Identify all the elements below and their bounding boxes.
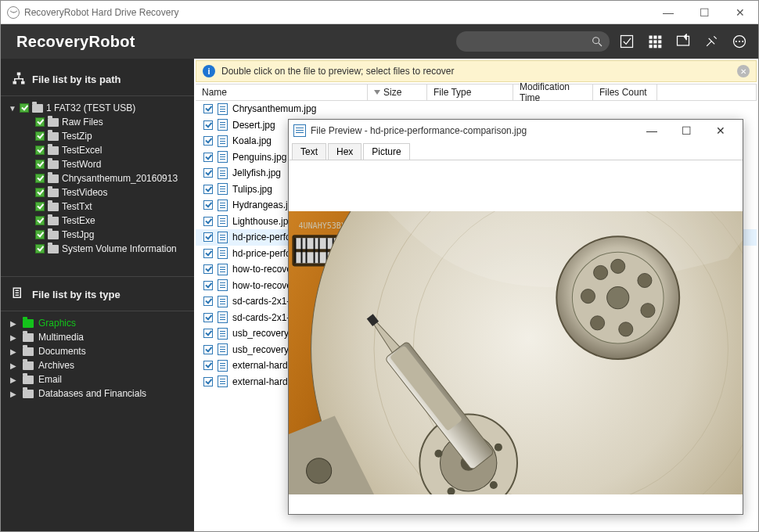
preview-image: 4UNAHY53BYNCQE1 XT <box>289 211 743 494</box>
svg-rect-6 <box>649 40 653 43</box>
checkbox[interactable] <box>35 174 45 183</box>
col-filetype[interactable]: File Type <box>427 84 513 100</box>
file-icon <box>218 183 228 195</box>
search-input[interactable] <box>456 31 610 52</box>
checkbox[interactable] <box>203 361 213 370</box>
tree-folder[interactable]: Chrysanthemum_20160913 <box>4 171 194 185</box>
tree-folder[interactable]: Raw Files <box>4 115 194 129</box>
checkbox[interactable] <box>35 230 45 239</box>
tree-folder[interactable]: TestExe <box>4 214 194 228</box>
svg-point-62 <box>490 481 498 489</box>
preview-tab[interactable]: Picture <box>363 143 409 160</box>
tree-folder[interactable]: TestVideos <box>4 185 194 200</box>
preview-window[interactable]: File Preview - hd-price-performance-comp… <box>288 119 743 515</box>
tree-folder[interactable]: System Volume Information <box>4 242 194 256</box>
file-row[interactable]: Chrysanthemum.jpg <box>196 101 757 117</box>
document-icon <box>293 124 306 137</box>
column-headers: Name Size File Type Modification Time Fi… <box>196 84 757 101</box>
tree-folder[interactable]: TestTxt <box>4 200 194 214</box>
file-icon <box>218 311 228 323</box>
checkbox[interactable] <box>203 217 213 226</box>
svg-rect-8 <box>658 40 661 43</box>
file-name: Penguins.jpg <box>232 152 286 163</box>
checkbox[interactable] <box>203 200 213 210</box>
checkbox[interactable] <box>203 313 213 322</box>
checkbox[interactable] <box>203 297 213 306</box>
checkbox[interactable] <box>35 117 45 127</box>
checkbox[interactable] <box>35 188 45 197</box>
preview-minimize-button[interactable]: — <box>635 124 669 137</box>
info-icon: i <box>203 65 215 77</box>
col-mtime[interactable]: Modification Time <box>513 84 593 100</box>
more-button[interactable] <box>728 31 750 52</box>
maximize-button[interactable]: ☐ <box>686 1 722 24</box>
col-size[interactable]: Size <box>368 84 427 100</box>
tree-root[interactable]: ▼ 1 FAT32 (TEST USB) <box>4 101 194 115</box>
checkbox[interactable] <box>203 120 213 130</box>
type-item[interactable]: ▶Archives <box>5 358 194 372</box>
type-label: Archives <box>38 360 74 371</box>
type-item[interactable]: ▶Documents <box>5 344 194 358</box>
tree-folder[interactable]: TestJpg <box>4 228 194 242</box>
preview-titlebar[interactable]: File Preview - hd-price-performance-comp… <box>289 120 743 142</box>
caret-right-icon[interactable]: ▶ <box>10 361 18 370</box>
checkbox[interactable] <box>20 103 29 113</box>
svg-rect-11 <box>658 45 661 48</box>
tree-folder-label: Raw Files <box>62 117 103 128</box>
checkbox[interactable] <box>35 244 45 253</box>
col-filescount[interactable]: Files Count <box>593 84 657 100</box>
grid-view-button[interactable] <box>644 31 666 52</box>
tree-folder-label: TestZip <box>62 131 92 142</box>
file-icon <box>218 343 228 355</box>
checkbox[interactable] <box>203 136 213 146</box>
checkbox[interactable] <box>203 264 213 274</box>
preview-close-button[interactable]: ✕ <box>703 124 738 137</box>
checkbox[interactable] <box>35 160 45 169</box>
type-item[interactable]: ▶Graphics <box>5 316 194 330</box>
checkbox[interactable] <box>203 185 213 194</box>
checkbox[interactable] <box>203 281 213 290</box>
col-name[interactable]: Name <box>196 84 368 100</box>
close-button[interactable]: ✕ <box>722 1 758 24</box>
checkbox[interactable] <box>35 131 45 141</box>
app-icon <box>7 6 20 19</box>
caret-right-icon[interactable]: ▶ <box>10 376 18 384</box>
type-item[interactable]: ▶Multimedia <box>5 330 194 344</box>
tree-folder[interactable]: TestExcel <box>4 143 194 157</box>
file-icon <box>218 247 228 259</box>
caret-right-icon[interactable]: ▶ <box>10 333 18 342</box>
tree-folder[interactable]: TestWord <box>4 157 194 171</box>
type-item[interactable]: ▶Databases and Financials <box>5 386 194 401</box>
preview-tab[interactable]: Text <box>292 143 326 160</box>
checkbox[interactable] <box>203 153 213 162</box>
preview-tab[interactable]: Hex <box>328 143 362 160</box>
sitemap-icon <box>12 71 26 88</box>
checkbox[interactable] <box>203 249 213 258</box>
preview-maximize-button[interactable]: ☐ <box>669 124 703 137</box>
caret-right-icon[interactable]: ▶ <box>10 347 18 356</box>
checkbox[interactable] <box>35 216 45 225</box>
caret-right-icon[interactable]: ▶ <box>10 390 18 398</box>
tree-folder[interactable]: TestZip <box>4 129 194 143</box>
checkbox[interactable] <box>35 146 45 155</box>
info-close-button[interactable]: ✕ <box>737 65 750 77</box>
os-titlebar[interactable]: RecoveryRobot Hard Drive Recovery — ☐ ✕ <box>1 1 758 24</box>
select-all-button[interactable] <box>616 31 638 52</box>
checkbox[interactable] <box>35 202 45 211</box>
checkbox[interactable] <box>203 345 213 354</box>
checkbox[interactable] <box>203 168 213 178</box>
caret-right-icon[interactable]: ▶ <box>10 319 18 328</box>
checkbox[interactable] <box>203 104 213 113</box>
folder-icon <box>23 319 34 328</box>
checkbox[interactable] <box>203 329 213 338</box>
type-item[interactable]: ▶Email <box>5 372 194 386</box>
checkbox[interactable] <box>203 232 213 242</box>
minimize-button[interactable]: — <box>650 1 686 24</box>
file-name: Lighthouse.jpg <box>232 216 293 227</box>
checkbox[interactable] <box>203 377 213 386</box>
caret-down-icon[interactable]: ▼ <box>9 104 16 113</box>
tree-folder-label: TestJpg <box>62 229 94 240</box>
tree-folder-label: TestVideos <box>62 187 107 198</box>
deep-scan-button[interactable] <box>700 31 722 52</box>
mark-button[interactable] <box>672 31 694 52</box>
